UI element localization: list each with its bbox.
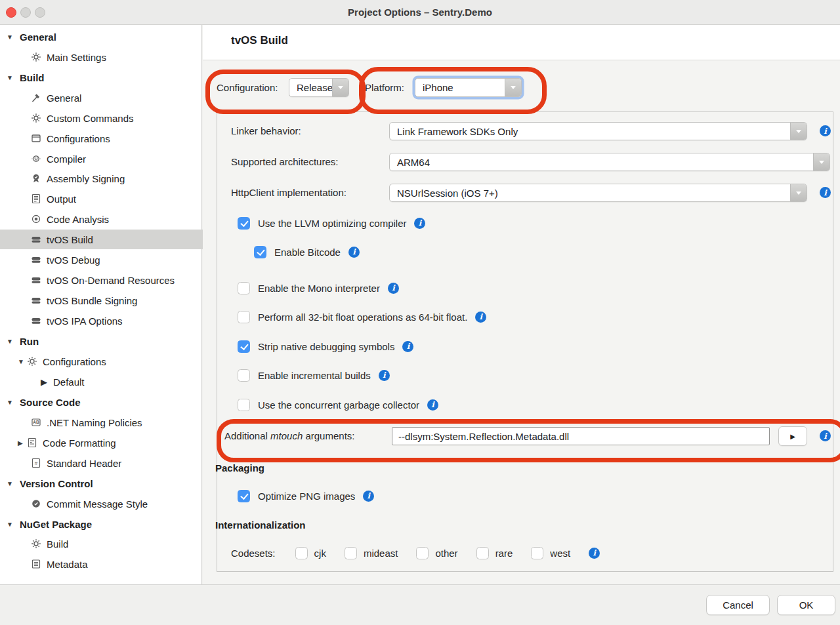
checkbox-row-optimize-png[interactable]: Optimize PNG images i — [238, 486, 374, 506]
mtouch-arguments-input[interactable] — [392, 427, 770, 445]
ok-button[interactable]: OK — [777, 595, 835, 615]
codeset-cjk[interactable]: cjk — [295, 547, 326, 559]
httpclient-implementation-dropdown[interactable]: NSUrlSession (iOS 7+) — [389, 184, 807, 202]
platform-value: iPhone — [415, 79, 505, 96]
bitcode-checkbox[interactable] — [254, 246, 266, 258]
apple-tv-icon — [30, 295, 41, 306]
sidebar-section-source-code[interactable]: ▼Source Code — [0, 392, 208, 412]
checkbox-row-incremental-builds[interactable]: Enable incremental builds i — [238, 365, 390, 385]
mideast-checkbox[interactable] — [345, 547, 357, 559]
chevron-down-icon[interactable] — [790, 123, 807, 140]
info-icon[interactable]: i — [363, 491, 374, 502]
chevron-down-icon[interactable]: ▼ — [7, 399, 15, 406]
checkbox-row-llvm[interactable]: Use the LLVM optimizing compiler i — [238, 213, 425, 233]
llvm-checkbox[interactable] — [238, 217, 250, 230]
sidebar-item-main-settings[interactable]: Main Settings — [0, 47, 232, 67]
chevron-down-icon[interactable]: ▼ — [18, 358, 26, 365]
sidebar-item-configurations[interactable]: Configurations — [0, 129, 232, 148]
chevron-down-icon[interactable] — [505, 79, 521, 96]
chevron-down-icon[interactable] — [813, 153, 830, 171]
sidebar-section-nuget-package[interactable]: ▼NuGet Package — [0, 514, 208, 534]
chevron-down-icon[interactable]: ▼ — [7, 33, 15, 41]
platform-label: Platform: — [365, 81, 404, 95]
sidebar-item-tvos-build[interactable]: tvOS Build — [0, 230, 232, 249]
sidebar-item-tvos-debug[interactable]: tvOS Debug — [0, 250, 232, 270]
platform-dropdown[interactable]: iPhone — [415, 78, 522, 97]
checkbox-row-float-64[interactable]: Perform all 32-bit float operations as 6… — [238, 307, 486, 327]
sidebar-item-standard-header[interactable]: #Standard Header — [0, 453, 232, 473]
info-icon[interactable]: i — [589, 548, 600, 559]
sidebar-section-version-control[interactable]: ▼Version Control — [0, 474, 208, 493]
codeset-rare[interactable]: rare — [476, 547, 513, 559]
sidebar-section-general[interactable]: ▼General — [0, 27, 208, 47]
sidebar-item-tvos-ipa-options[interactable]: tvOS IPA Options — [0, 311, 232, 331]
incremental-builds-checkbox[interactable] — [238, 369, 250, 382]
sidebar-section-run[interactable]: ▼Run — [0, 331, 208, 351]
checkbox-row-concurrent-gc[interactable]: Use the concurrent garbage collector i — [238, 395, 438, 414]
optimize-png-checkbox[interactable] — [238, 490, 250, 502]
chevron-right-icon[interactable]: ▶ — [18, 439, 26, 447]
info-icon[interactable]: i — [414, 218, 425, 229]
chevron-down-icon[interactable] — [332, 79, 348, 96]
sidebar-item-tvos-on-demand-resources[interactable]: tvOS On-Demand Resources — [0, 270, 232, 290]
sidebar-item-net-naming-policies[interactable]: AB.NET Naming Policies — [0, 413, 232, 432]
concurrent-gc-checkbox[interactable] — [238, 399, 250, 411]
cjk-checkbox[interactable] — [295, 547, 308, 559]
hammer-icon — [30, 92, 41, 104]
strip-symbols-checkbox[interactable] — [238, 340, 250, 353]
codeset-west[interactable]: west — [531, 547, 570, 559]
info-icon[interactable]: i — [402, 341, 413, 352]
info-icon[interactable]: i — [820, 187, 831, 198]
info-icon[interactable]: i — [388, 283, 399, 294]
sidebar-item-custom-commands[interactable]: Custom Commands — [0, 108, 232, 128]
hash-document-icon: # — [30, 458, 41, 469]
checkbox-label: Perform all 32-bit float operations as 6… — [258, 312, 467, 323]
linker-behavior-dropdown[interactable]: Link Framework SDKs Only — [389, 122, 807, 140]
info-icon[interactable]: i — [379, 370, 390, 381]
sidebar-item-output[interactable]: Output — [0, 189, 232, 209]
codeset-other[interactable]: other — [416, 547, 457, 559]
west-checkbox[interactable] — [531, 547, 543, 559]
chevron-down-icon[interactable]: ▼ — [7, 521, 15, 528]
checkbox-label: Enable incremental builds — [258, 370, 371, 381]
mtouch-run-button[interactable]: ▶ — [778, 426, 807, 446]
info-icon[interactable]: i — [348, 247, 360, 258]
play-icon: ▶ — [790, 433, 795, 440]
codeset-mideast[interactable]: mideast — [345, 547, 398, 559]
configuration-dropdown[interactable]: Release — [289, 78, 349, 97]
configuration-value: Release — [289, 79, 332, 96]
checkbox-row-mono-interpreter[interactable]: Enable the Mono interpreter i — [238, 278, 399, 298]
mono-interpreter-checkbox[interactable] — [238, 282, 250, 294]
sidebar-item-tvos-bundle-signing[interactable]: tvOS Bundle Signing — [0, 291, 232, 310]
chevron-down-icon[interactable]: ▼ — [7, 480, 15, 487]
sidebar-item-code-analysis[interactable]: Code Analysis — [0, 209, 232, 229]
gear-icon — [30, 52, 41, 63]
info-icon[interactable]: i — [820, 125, 831, 136]
chevron-down-icon[interactable] — [790, 184, 807, 201]
chevron-down-icon[interactable]: ▼ — [7, 74, 15, 81]
sidebar-item-metadata[interactable]: Metadata — [0, 554, 232, 574]
chevron-down-icon[interactable]: ▼ — [7, 338, 15, 345]
main-header: tvOS Build — [203, 25, 840, 60]
checkbox-label: Use the LLVM optimizing compiler — [258, 218, 406, 229]
sidebar-item-build-general[interactable]: General — [0, 88, 232, 108]
sidebar-item-nuget-build[interactable]: Build — [0, 534, 232, 554]
checkbox-row-bitcode[interactable]: Enable Bitcode i — [254, 242, 360, 262]
sidebar-item-assembly-signing[interactable]: Assembly Signing — [0, 169, 232, 188]
cancel-button[interactable]: Cancel — [706, 595, 770, 615]
format-document-icon — [26, 437, 37, 449]
sidebar-item-commit-message-style[interactable]: Commit Message Style — [0, 494, 232, 514]
float-64-checkbox[interactable] — [238, 311, 250, 323]
rare-checkbox[interactable] — [476, 547, 489, 559]
sidebar-item-code-formatting[interactable]: ▶Code Formatting — [0, 433, 219, 453]
other-checkbox[interactable] — [416, 547, 429, 559]
info-icon[interactable]: i — [427, 399, 438, 411]
sidebar-section-build[interactable]: ▼Build — [0, 68, 208, 87]
info-icon[interactable]: i — [820, 430, 831, 441]
supported-architectures-dropdown[interactable]: ARM64 — [389, 153, 830, 171]
gear-icon — [30, 113, 41, 124]
info-icon[interactable]: i — [475, 312, 486, 323]
sidebar-item-run-configurations[interactable]: ▼Configurations — [0, 352, 219, 371]
checkbox-row-strip-symbols[interactable]: Strip native debugging symbols i — [238, 336, 413, 356]
sidebar-item-compiler[interactable]: Compiler — [0, 149, 232, 169]
